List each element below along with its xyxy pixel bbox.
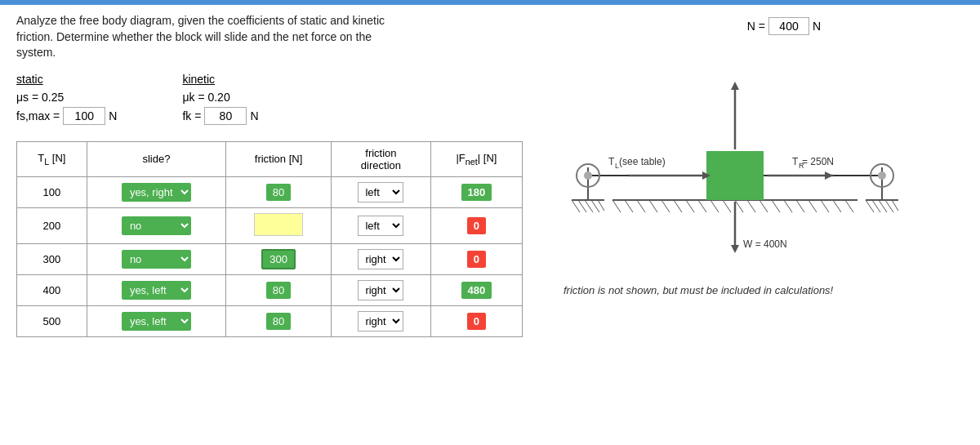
direction-select[interactable]: right left — [358, 249, 403, 269]
left-panel: Analyze the free body diagram, given the… — [16, 13, 539, 337]
tl-cell: 100 — [17, 176, 87, 207]
physics-diagram: T L (see table) T R = 250N W = 400N — [564, 37, 939, 274]
fnet-value: 0 — [467, 251, 486, 268]
friction-cell: 80 — [226, 274, 332, 305]
direction-cell: right left — [331, 243, 430, 274]
n-value-input[interactable] — [768, 17, 809, 35]
slide-cell: no yes, right yes, left — [87, 243, 226, 274]
tl-cell: 300 — [17, 243, 87, 274]
slide-select[interactable]: yes, right yes, left no — [122, 183, 191, 202]
friction-cell: 80 — [226, 305, 332, 336]
params-section: static μs = 0.25 fs,max = N kinetic μk =… — [16, 73, 539, 128]
svg-line-17 — [637, 200, 645, 212]
mu-k-label: μk = 0.20 — [182, 91, 229, 104]
friction-note: friction is not shown, but must be inclu… — [564, 284, 906, 296]
svg-marker-44 — [731, 245, 739, 253]
fnet-cell: 480 — [430, 274, 522, 305]
col-direction: frictiondirection — [331, 141, 430, 176]
svg-text:= 250N: = 250N — [802, 156, 834, 167]
svg-line-4 — [585, 200, 593, 212]
friction-cell: 80 — [226, 176, 332, 207]
fnet-cell: 0 — [430, 305, 522, 336]
direction-cell: left right — [331, 176, 430, 207]
n-label-row: N = N — [604, 17, 964, 35]
svg-line-11 — [879, 200, 887, 212]
tl-cell: 200 — [17, 207, 87, 243]
table-row: 200 no yes, right yes, left — [17, 207, 523, 243]
fnet-cell: 180 — [430, 176, 522, 207]
svg-line-6 — [598, 200, 604, 211]
intro-line1: Analyze the free body diagram, given the… — [16, 14, 385, 27]
fnet-cell: 0 — [430, 207, 522, 243]
n-unit: N — [813, 20, 821, 33]
tl-cell: 500 — [17, 305, 87, 336]
tl-cell: 400 — [17, 274, 87, 305]
kinetic-params: kinetic μk = 0.20 fk = N — [182, 73, 258, 128]
mu-k-row: μk = 0.20 — [182, 91, 258, 104]
fnet-value: 0 — [467, 313, 486, 330]
svg-line-16 — [625, 200, 633, 212]
col-tl: TL [N] — [17, 141, 87, 176]
fk-label: fk = — [182, 109, 201, 122]
direction-select[interactable]: left right — [358, 216, 403, 236]
fk-row: fk = N — [182, 107, 258, 125]
slide-select[interactable]: no yes, right yes, left — [122, 250, 191, 269]
tl-diagram-label: T — [608, 156, 615, 167]
svg-line-27 — [760, 200, 768, 212]
friction-cell — [226, 207, 332, 243]
fk-input[interactable] — [204, 107, 247, 125]
svg-point-48 — [878, 171, 886, 180]
intro-text: Analyze the free body diagram, given the… — [16, 13, 539, 61]
svg-line-5 — [591, 200, 599, 212]
svg-line-32 — [821, 200, 829, 212]
direction-select[interactable]: right left — [358, 280, 403, 300]
fnet-cell: 0 — [430, 243, 522, 274]
fnet-value: 180 — [461, 184, 492, 201]
svg-marker-40 — [825, 171, 833, 180]
svg-line-10 — [872, 200, 880, 212]
n-label: N = — [747, 20, 765, 33]
svg-marker-42 — [731, 82, 739, 90]
mu-s-label: μs = 0.25 — [16, 91, 64, 104]
svg-line-15 — [612, 200, 621, 212]
svg-line-24 — [723, 200, 731, 212]
mu-s-row: μs = 0.25 — [16, 91, 117, 104]
direction-select[interactable]: left right — [358, 182, 403, 202]
svg-line-20 — [674, 200, 682, 212]
fs-max-input[interactable] — [63, 107, 105, 125]
svg-line-2 — [572, 200, 580, 212]
slide-select[interactable]: yes, left yes, right no — [122, 312, 191, 331]
svg-line-19 — [662, 200, 670, 212]
svg-text:(see table): (see table) — [619, 156, 666, 167]
fs-max-row: fs,max = N — [16, 107, 117, 125]
col-fnet: |Fnet| [N] — [430, 141, 522, 176]
slide-cell: no yes, right yes, left — [87, 207, 226, 243]
friction-value: 300 — [261, 249, 296, 269]
static-label: static — [16, 73, 117, 86]
svg-line-18 — [649, 200, 657, 212]
fs-max-unit: N — [109, 109, 117, 122]
friction-cell: 300 — [226, 243, 332, 274]
intro-line2: friction. Determine whether the block wi… — [16, 30, 372, 43]
svg-line-3 — [578, 200, 586, 212]
slide-cell: yes, left yes, right no — [87, 274, 226, 305]
fk-unit: N — [250, 109, 258, 122]
svg-line-31 — [808, 200, 817, 212]
slide-select[interactable]: no yes, right yes, left — [122, 216, 191, 235]
friction-value: 80 — [266, 184, 291, 201]
direction-cell: right left — [331, 305, 430, 336]
col-friction: friction [N] — [226, 141, 332, 176]
direction-cell: left right — [331, 207, 430, 243]
svg-point-46 — [584, 171, 592, 180]
direction-select[interactable]: right left — [358, 311, 403, 332]
slide-cell: yes, left yes, right no — [87, 305, 226, 336]
table-row: 500 yes, left yes, right no 80 — [17, 305, 523, 336]
static-params: static μs = 0.25 fs,max = N — [16, 73, 117, 128]
svg-line-26 — [747, 200, 755, 212]
svg-line-23 — [710, 200, 719, 212]
friction-value: 80 — [266, 282, 291, 299]
direction-cell: right left — [331, 274, 430, 305]
svg-line-29 — [784, 200, 792, 212]
slide-select[interactable]: yes, left yes, right no — [122, 281, 191, 300]
svg-line-12 — [885, 200, 893, 212]
